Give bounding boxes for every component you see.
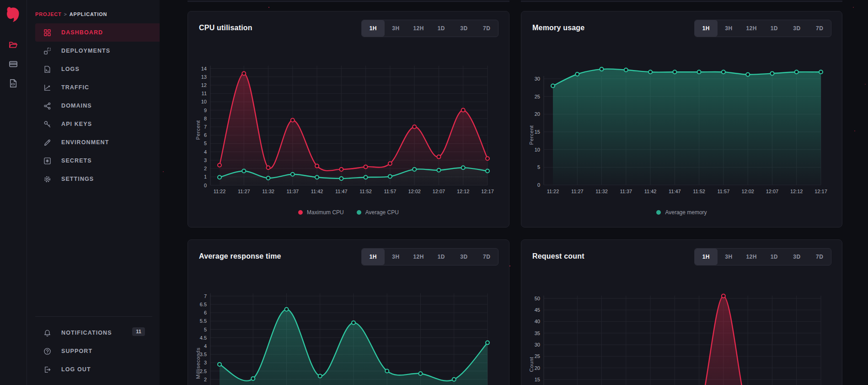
- chart-title: Request count: [532, 252, 584, 260]
- background-speck: [853, 7, 854, 8]
- card-above-right-edge: [521, 0, 842, 2]
- range-button-1d[interactable]: 1D: [430, 20, 453, 37]
- sidebar-item-dashboard[interactable]: DASHBOARD: [35, 23, 160, 42]
- range-button-12h[interactable]: 12H: [407, 20, 430, 37]
- svg-text:4: 4: [204, 343, 207, 349]
- time-range-selector: 1H3H12H1D3D7D: [694, 20, 831, 37]
- range-button-7d[interactable]: 7D: [808, 20, 831, 37]
- svg-text:14: 14: [201, 66, 207, 71]
- folder-icon[interactable]: [9, 40, 18, 49]
- range-button-7d[interactable]: 7D: [475, 20, 498, 37]
- range-button-3d[interactable]: 3D: [453, 249, 476, 265]
- range-button-1h[interactable]: 1H: [695, 249, 718, 265]
- icon-rail: [0, 0, 27, 385]
- app-root: { "app": {"name": "application dashboard…: [0, 0, 868, 385]
- svg-text:12: 12: [201, 82, 207, 88]
- sidebar-item-deployments[interactable]: DEPLOYMENTS: [35, 42, 160, 60]
- sidebar-item-logs[interactable]: LOGS: [35, 60, 160, 78]
- sidebar-item-notifications[interactable]: NOTIFICATIONS11: [35, 324, 160, 342]
- legend-label: Maximum CPU: [307, 209, 344, 216]
- svg-text:11:47: 11:47: [335, 189, 348, 194]
- sidebar-item-label: NOTIFICATIONS: [61, 330, 112, 336]
- sidebar-item-label: DOMAINS: [61, 103, 92, 109]
- background-speck: [268, 7, 269, 8]
- sidebar-item-environment[interactable]: ENVIRONMENT: [35, 133, 160, 152]
- svg-text:Percent: Percent: [529, 125, 534, 145]
- range-button-1d[interactable]: 1D: [763, 20, 786, 37]
- nest-logo-icon[interactable]: [5, 6, 22, 23]
- legend-item: Maximum CPU: [298, 209, 344, 216]
- sidebar-item-support[interactable]: SUPPORT: [35, 342, 160, 360]
- svg-text:Count: Count: [529, 357, 534, 372]
- response-time-chart: 22.533.544.555.566.57Milliseconds: [188, 281, 510, 385]
- breadcrumb-separator: >: [64, 11, 67, 17]
- cpu-utilisation-chart: 0123456789101112131411:2211:2711:3211:37…: [188, 53, 510, 232]
- sidebar-item-label: API KEYS: [61, 121, 92, 127]
- range-button-3h[interactable]: 3H: [718, 20, 740, 37]
- memory-usage-chart: 05101520253011:2211:2711:3211:3711:4211:…: [521, 53, 843, 232]
- range-button-3h[interactable]: 3H: [385, 249, 407, 265]
- main-content: CPU utilisation 1H3H12H1D3D7D 0123456789…: [160, 0, 868, 385]
- range-button-1h[interactable]: 1H: [695, 20, 718, 37]
- sidebar-item-api-keys[interactable]: API KEYS: [35, 115, 160, 133]
- range-button-12h[interactable]: 12H: [740, 249, 763, 265]
- range-button-3h[interactable]: 3H: [385, 20, 407, 37]
- svg-text:40: 40: [535, 319, 540, 324]
- request-count-chart: 1520253035404550Count: [521, 281, 843, 385]
- svg-text:11:52: 11:52: [693, 189, 705, 194]
- legend-item: Average memory: [656, 209, 707, 216]
- range-button-1h[interactable]: 1H: [362, 249, 385, 265]
- svg-text:11:47: 11:47: [669, 189, 681, 194]
- range-button-12h[interactable]: 12H: [740, 20, 763, 37]
- svg-text:4.5: 4.5: [200, 335, 207, 341]
- bell-icon: [43, 329, 51, 337]
- sidebar-item-traffic[interactable]: TRAFFIC: [35, 78, 160, 97]
- background-speck: [865, 84, 866, 85]
- sidebar-item-label: DEPLOYMENTS: [61, 48, 110, 54]
- range-button-1d[interactable]: 1D: [763, 249, 786, 265]
- range-button-3d[interactable]: 3D: [786, 20, 809, 37]
- card-above-left-edge: [188, 0, 509, 2]
- help-icon: [43, 347, 51, 355]
- background-speck: [854, 130, 855, 131]
- range-button-1d[interactable]: 1D: [430, 249, 453, 265]
- background-speck: [509, 266, 510, 266]
- time-range-selector: 1H3H12H1D3D7D: [361, 248, 498, 266]
- range-button-3h[interactable]: 3H: [718, 249, 740, 265]
- breadcrumb-project[interactable]: PROJECT: [35, 11, 62, 17]
- svg-text:5: 5: [204, 327, 207, 332]
- sidebar-item-settings[interactable]: SETTINGS: [35, 170, 160, 188]
- range-button-12h[interactable]: 12H: [407, 249, 430, 265]
- svg-text:11:27: 11:27: [571, 189, 584, 194]
- sidebar-item-log-out[interactable]: LOG OUT: [35, 360, 160, 379]
- range-button-7d[interactable]: 7D: [808, 249, 831, 265]
- svg-text:12:07: 12:07: [766, 189, 779, 194]
- pen-icon: [43, 139, 51, 146]
- svg-text:3: 3: [204, 360, 207, 365]
- svg-text:7: 7: [204, 293, 207, 299]
- background-speck: [163, 171, 164, 172]
- time-range-selector: 1H3H12H1D3D7D: [361, 20, 498, 37]
- svg-text:11:37: 11:37: [286, 189, 299, 194]
- dashboard-icon: [43, 29, 51, 37]
- card-request-count: Request count 1H3H12H1D3D7D 152025303540…: [521, 239, 842, 385]
- range-button-3d[interactable]: 3D: [453, 20, 476, 37]
- sidebar-item-domains[interactable]: DOMAINS: [35, 97, 160, 115]
- svg-text:11:42: 11:42: [644, 189, 657, 194]
- svg-text:3: 3: [204, 157, 207, 163]
- secrets-icon: [43, 157, 51, 165]
- legend-dot: [298, 210, 303, 215]
- range-button-3d[interactable]: 3D: [786, 249, 809, 265]
- range-button-1h[interactable]: 1H: [362, 20, 385, 37]
- svg-text:2: 2: [204, 377, 207, 382]
- svg-text:12:07: 12:07: [433, 189, 445, 194]
- svg-text:11:32: 11:32: [262, 189, 274, 194]
- legend-label: Average memory: [665, 209, 707, 216]
- svg-text:11: 11: [202, 91, 207, 96]
- svg-text:35: 35: [535, 331, 540, 336]
- card-icon[interactable]: [9, 60, 18, 69]
- sidebar-item-secrets[interactable]: SECRETS: [35, 152, 160, 170]
- file-code-icon[interactable]: [9, 79, 18, 88]
- svg-text:25: 25: [535, 353, 540, 359]
- range-button-7d[interactable]: 7D: [475, 249, 498, 265]
